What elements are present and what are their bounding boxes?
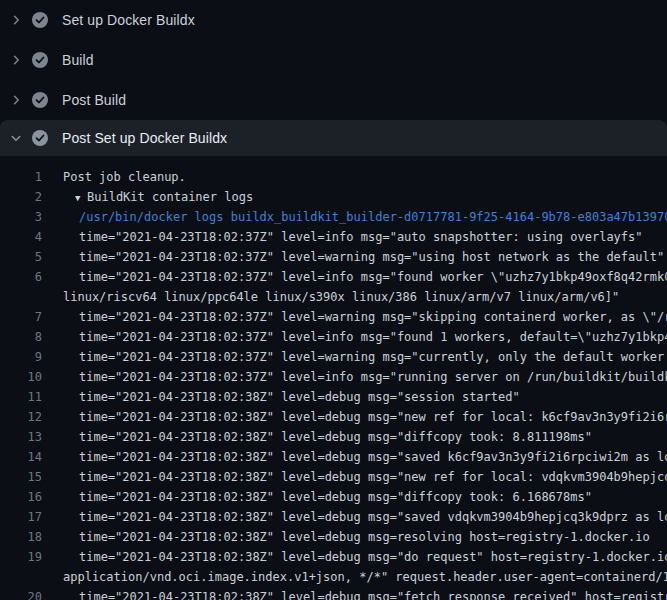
chevron-right-icon bbox=[10, 14, 22, 26]
log-line-number[interactable]: 13 bbox=[0, 427, 42, 447]
log-line: 4 time="2021-04-23T18:02:37Z" level=info… bbox=[0, 227, 667, 247]
step-row-post-build[interactable]: Post Build bbox=[0, 80, 667, 120]
step-label: Post Build bbox=[62, 92, 126, 108]
log-line-text: time="2021-04-23T18:02:37Z" level=info m… bbox=[79, 327, 667, 347]
steps-list: Set up Docker Buildx Build Post Build Po… bbox=[0, 0, 667, 156]
log-line-continuation: linux/riscv64 linux/ppc64le linux/s390x … bbox=[0, 287, 667, 307]
log-line-text: ▼BuildKit container logs bbox=[63, 187, 253, 207]
caret-down-icon[interactable]: ▼ bbox=[75, 188, 87, 208]
step-row-build[interactable]: Build bbox=[0, 40, 667, 80]
log-line: 16 time="2021-04-23T18:02:38Z" level=deb… bbox=[0, 487, 667, 507]
log-line-text: application/vnd.oci.image.index.v1+json,… bbox=[63, 567, 667, 587]
log-line-text: time="2021-04-23T18:02:38Z" level=debug … bbox=[79, 427, 592, 447]
log-line-text: time="2021-04-23T18:02:38Z" level=debug … bbox=[79, 387, 520, 407]
log-line-text: time="2021-04-23T18:02:38Z" level=debug … bbox=[79, 547, 667, 567]
log-line: 6 time="2021-04-23T18:02:37Z" level=info… bbox=[0, 267, 667, 287]
log-line: 11 time="2021-04-23T18:02:38Z" level=deb… bbox=[0, 387, 667, 407]
log-line-text: time="2021-04-23T18:02:37Z" level=info m… bbox=[79, 267, 667, 287]
chevron-down-icon bbox=[10, 132, 22, 144]
log-line: 15 time="2021-04-23T18:02:38Z" level=deb… bbox=[0, 467, 667, 487]
log-line: 3 /usr/bin/docker logs buildx_buildkit_b… bbox=[0, 207, 667, 227]
log-line: 12 time="2021-04-23T18:02:38Z" level=deb… bbox=[0, 407, 667, 427]
log-line-number[interactable]: 14 bbox=[0, 447, 42, 467]
log-line-text: time="2021-04-23T18:02:38Z" level=debug … bbox=[79, 467, 667, 487]
log-line-number bbox=[0, 567, 42, 587]
log-line-number[interactable]: 5 bbox=[0, 247, 42, 267]
log-line-text: time="2021-04-23T18:02:37Z" level=warnin… bbox=[79, 247, 664, 267]
log-line-number bbox=[0, 287, 42, 307]
log-line-number[interactable]: 16 bbox=[0, 487, 42, 507]
chevron-right-icon bbox=[10, 54, 22, 66]
log-line: 13 time="2021-04-23T18:02:38Z" level=deb… bbox=[0, 427, 667, 447]
step-label: Post Set up Docker Buildx bbox=[62, 130, 227, 146]
step-row-set-up-docker-buildx[interactable]: Set up Docker Buildx bbox=[0, 0, 667, 40]
log-line-number[interactable]: 11 bbox=[0, 387, 42, 407]
chevron-right-icon bbox=[10, 94, 22, 106]
step-label: Set up Docker Buildx bbox=[62, 12, 195, 28]
log-line-text: time="2021-04-23T18:02:38Z" level=debug … bbox=[79, 587, 667, 600]
log-line: 17 time="2021-04-23T18:02:38Z" level=deb… bbox=[0, 507, 667, 527]
log-line: 9 time="2021-04-23T18:02:37Z" level=warn… bbox=[0, 347, 667, 367]
log-line: 10 time="2021-04-23T18:02:37Z" level=inf… bbox=[0, 367, 667, 387]
log-group-title: BuildKit container logs bbox=[87, 190, 253, 204]
log-line-text: time="2021-04-23T18:02:37Z" level=warnin… bbox=[79, 347, 667, 367]
check-circle-icon bbox=[32, 130, 48, 146]
check-circle-icon bbox=[32, 92, 48, 108]
log-line-number[interactable]: 6 bbox=[0, 267, 42, 287]
log-line-number[interactable]: 7 bbox=[0, 307, 42, 327]
check-circle-icon bbox=[32, 52, 48, 68]
log-line-text: time="2021-04-23T18:02:38Z" level=debug … bbox=[79, 527, 650, 547]
log-line: 8 time="2021-04-23T18:02:37Z" level=info… bbox=[0, 327, 667, 347]
step-row-post-set-up-docker-buildx[interactable]: Post Set up Docker Buildx bbox=[0, 120, 667, 156]
log-line: 5 time="2021-04-23T18:02:37Z" level=warn… bbox=[0, 247, 667, 267]
log-line-number[interactable]: 10 bbox=[0, 367, 42, 387]
log-line-continuation: application/vnd.oci.image.index.v1+json,… bbox=[0, 567, 667, 587]
log-line-text: time="2021-04-23T18:02:37Z" level=info m… bbox=[79, 367, 667, 387]
log-line-text: time="2021-04-23T18:02:37Z" level=warnin… bbox=[79, 307, 667, 327]
log-line: 20 time="2021-04-23T18:02:38Z" level=deb… bbox=[0, 587, 667, 600]
log-line-number[interactable]: 19 bbox=[0, 547, 42, 567]
log-line-number[interactable]: 20 bbox=[0, 587, 42, 600]
log-line-text: linux/riscv64 linux/ppc64le linux/s390x … bbox=[63, 287, 619, 307]
log-line: 1 Post job cleanup. bbox=[0, 167, 667, 187]
log-line: 19 time="2021-04-23T18:02:38Z" level=deb… bbox=[0, 547, 667, 567]
log-line-text: time="2021-04-23T18:02:38Z" level=debug … bbox=[79, 507, 667, 527]
log-line: 7 time="2021-04-23T18:02:37Z" level=warn… bbox=[0, 307, 667, 327]
log-line-number[interactable]: 2 bbox=[0, 187, 42, 207]
log-line-number[interactable]: 9 bbox=[0, 347, 42, 367]
log-command-text: /usr/bin/docker logs buildx_buildkit_bui… bbox=[79, 207, 667, 227]
log-line-number[interactable]: 18 bbox=[0, 527, 42, 547]
check-circle-icon bbox=[32, 12, 48, 28]
log-line-number[interactable]: 1 bbox=[0, 167, 42, 187]
log-line-text: time="2021-04-23T18:02:38Z" level=debug … bbox=[79, 447, 667, 467]
log-viewer[interactable]: 1 Post job cleanup. 2 ▼BuildKit containe… bbox=[0, 156, 667, 600]
log-line-text: time="2021-04-23T18:02:38Z" level=debug … bbox=[79, 407, 667, 427]
log-line-number[interactable]: 3 bbox=[0, 207, 42, 227]
step-label: Build bbox=[62, 52, 94, 68]
log-line-number[interactable]: 12 bbox=[0, 407, 42, 427]
log-line: 18 time="2021-04-23T18:02:38Z" level=deb… bbox=[0, 527, 667, 547]
log-line-text: Post job cleanup. bbox=[63, 167, 186, 187]
log-line-number[interactable]: 17 bbox=[0, 507, 42, 527]
log-line: 14 time="2021-04-23T18:02:38Z" level=deb… bbox=[0, 447, 667, 467]
log-group-line[interactable]: 2 ▼BuildKit container logs bbox=[0, 187, 667, 207]
log-line-number[interactable]: 8 bbox=[0, 327, 42, 347]
log-line-number[interactable]: 4 bbox=[0, 227, 42, 247]
log-line-text: time="2021-04-23T18:02:38Z" level=debug … bbox=[79, 487, 592, 507]
log-line-number[interactable]: 15 bbox=[0, 467, 42, 487]
log-line-text: time="2021-04-23T18:02:37Z" level=info m… bbox=[79, 227, 643, 247]
